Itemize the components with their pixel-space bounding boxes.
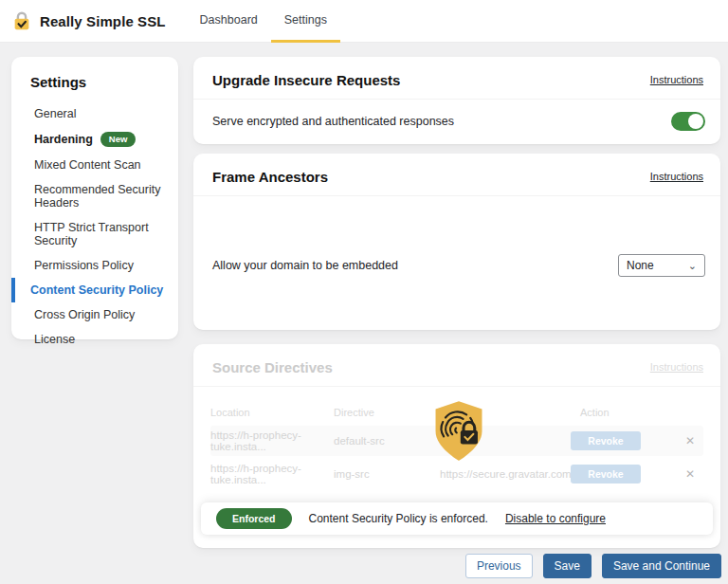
setting-label: Serve encrypted and authenticated respon… — [212, 115, 454, 128]
cell-directive: default-src — [334, 435, 440, 447]
locked-shield-icon — [431, 399, 486, 464]
brand-name: Really Simple SSL — [40, 13, 166, 29]
enforced-text: Content Security Policy is enforced. — [309, 512, 488, 525]
panel-header: Upgrade Insecure Requests Instructions — [193, 57, 720, 100]
brand: Really Simple SSL — [11, 0, 166, 42]
sidebar-item-cross-origin-policy[interactable]: Cross Origin Policy — [11, 302, 178, 327]
cell-source: https://secure.gravatar.com — [440, 468, 559, 480]
panel-frame-ancestors: Frame Ancestors Instructions Allow your … — [193, 154, 720, 330]
sidebar-item-license[interactable]: License — [11, 327, 178, 352]
sidebar-item-label: General — [34, 107, 76, 120]
sidebar-item-recommended-security-headers[interactable]: Recommended Security Headers — [11, 177, 178, 215]
serve-encrypted-toggle[interactable] — [671, 112, 705, 131]
sidebar-item-hardening[interactable]: Hardening New — [11, 126, 178, 153]
instructions-link[interactable]: Instructions — [650, 361, 703, 373]
instructions-link[interactable]: Instructions — [650, 74, 703, 85]
sidebar-item-content-security-policy[interactable]: Content Security Policy — [11, 278, 178, 302]
enforced-status-bar: Enforced Content Security Policy is enfo… — [201, 502, 713, 535]
cell-location: https://h-prophecy-tuke.insta... — [210, 429, 334, 452]
cell-location: https://h-prophecy-tuke.insta... — [210, 463, 334, 485]
new-badge: New — [100, 132, 136, 147]
sidebar-item-label: Content Security Policy — [30, 283, 163, 297]
setting-row: Allow your domain to be embedded None ⌄ — [212, 254, 705, 277]
panel-title: Upgrade Insecure Requests — [212, 72, 400, 88]
previous-button[interactable]: Previous — [465, 554, 533, 578]
sidebar-item-mixed-content-scan[interactable]: Mixed Content Scan — [11, 153, 178, 177]
setting-row: Serve encrypted and authenticated respon… — [193, 100, 720, 143]
sidebar-item-label: Permissions Policy — [34, 259, 134, 272]
sidebar-item-label: HTTP Strict Transport Security — [34, 221, 169, 247]
save-and-continue-button[interactable]: Save and Continue — [602, 554, 721, 578]
instructions-link[interactable]: Instructions — [650, 171, 703, 182]
toggle-knob — [688, 114, 703, 129]
column-header-directive: Directive — [334, 407, 440, 418]
sidebar-item-label: License — [34, 333, 75, 346]
embed-domain-select[interactable]: None ⌄ — [618, 254, 705, 277]
select-value: None — [627, 259, 654, 272]
panel-header: Frame Ancestors Instructions — [193, 154, 720, 196]
column-header-action: Action — [559, 407, 677, 418]
top-nav: Dashboard Settings — [187, 0, 340, 42]
panel-title: Source Directives — [212, 359, 333, 375]
revoke-button[interactable]: Revoke — [571, 465, 641, 484]
panel-source-directives: Source Directives Instructions Location … — [193, 344, 720, 548]
panel-upgrade-insecure-requests: Upgrade Insecure Requests Instructions S… — [193, 57, 720, 144]
sidebar-item-label: Recommended Security Headers — [34, 183, 169, 210]
sidebar-item-general[interactable]: General — [11, 101, 178, 126]
really-simple-ssl-logo-icon — [11, 10, 32, 31]
cell-directive: img-src — [334, 468, 440, 480]
sidebar-item-permissions-policy[interactable]: Permissions Policy — [11, 253, 178, 278]
tab-settings[interactable]: Settings — [271, 0, 340, 43]
disable-to-configure-link[interactable]: Disable to configure — [505, 512, 606, 525]
column-header-location: Location — [210, 407, 334, 418]
remove-row-icon[interactable]: ✕ — [677, 434, 703, 447]
sidebar-item-label: Hardening — [34, 133, 93, 146]
tab-dashboard[interactable]: Dashboard — [187, 0, 271, 43]
remove-row-icon[interactable]: ✕ — [677, 467, 703, 481]
sidebar-item-label: Cross Origin Policy — [34, 308, 135, 321]
footer-actions: Previous Save Save and Continue — [465, 554, 721, 578]
sidebar-item-label: Mixed Content Scan — [34, 158, 141, 172]
enforced-badge: Enforced — [216, 508, 292, 529]
panel-header: Source Directives Instructions — [193, 344, 720, 387]
top-bar: Really Simple SSL Dashboard Settings — [0, 0, 728, 43]
settings-sidebar: Settings General Hardening New Mixed Con… — [11, 57, 178, 339]
sidebar-item-http-strict-transport-security[interactable]: HTTP Strict Transport Security — [11, 215, 178, 253]
revoke-button[interactable]: Revoke — [571, 431, 641, 450]
panel-title: Frame Ancestors — [212, 169, 328, 185]
chevron-down-icon: ⌄ — [688, 261, 697, 270]
setting-label: Allow your domain to be embedded — [212, 259, 398, 272]
save-button[interactable]: Save — [543, 554, 592, 578]
sidebar-title: Settings — [30, 74, 178, 90]
